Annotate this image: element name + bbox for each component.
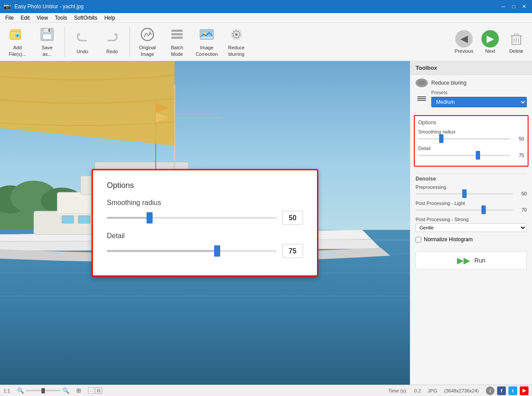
original-image-label: OriginalImage <box>139 44 156 57</box>
svg-rect-13 <box>171 33 183 35</box>
tb-smoothing-track <box>418 138 510 140</box>
twitter-icon[interactable]: t <box>508 386 517 395</box>
preprocessing-row: Preprocessing 50 <box>416 184 527 196</box>
tb-detail-row: Detail 75 <box>418 146 524 158</box>
smoothing-radius-value[interactable]: 50 <box>282 211 303 225</box>
previous-button[interactable]: ◀ Previous <box>452 25 476 59</box>
detail-value[interactable]: 75 <box>282 244 303 258</box>
denoise-divider <box>416 174 527 174</box>
batch-mode-button[interactable]: BatchMode <box>163 25 191 59</box>
tb-smoothing-thumb[interactable] <box>439 134 443 143</box>
zoom-in-icon[interactable]: 🔍 <box>62 387 69 394</box>
image-correction-button[interactable]: ImageCorrection <box>193 25 221 59</box>
toolbox-title: Toolbox <box>410 61 532 75</box>
smoothing-radius-fill <box>107 217 150 219</box>
svg-point-20 <box>235 33 238 36</box>
menu-view[interactable]: View <box>33 14 51 22</box>
maximize-button[interactable]: □ <box>509 2 518 11</box>
post-light-slider-row: 70 <box>416 207 527 212</box>
status-fit-icon: ⊞ <box>76 387 81 394</box>
smoothing-radius-track <box>107 217 277 219</box>
redo-icon <box>103 30 121 47</box>
menu-bar: File Edit View Tools SoftOrbits Help <box>0 13 532 23</box>
smoothing-radius-row: Smoothing radius 50 <box>107 199 303 225</box>
info-icon[interactable]: i <box>486 386 494 395</box>
canvas-area: Options Smoothing radius 50 Detail <box>0 61 410 385</box>
reduce-blurring-row: Reduce bluring <box>416 79 527 87</box>
zoom-thumb[interactable] <box>41 388 45 393</box>
tb-smoothing-row: Smoothing radius 50 <box>418 129 524 141</box>
toolbar-sep-2 <box>130 27 130 57</box>
image-options-title: Options <box>107 181 303 190</box>
normalize-histogram-checkbox[interactable] <box>416 237 421 242</box>
preprocessing-thumb[interactable] <box>462 189 467 198</box>
svg-rect-14 <box>171 37 183 39</box>
single-view-icon[interactable]: □ <box>88 387 94 394</box>
preset-select[interactable]: Low Medium High Custom <box>431 97 527 107</box>
reduce-blurring-tool-icon <box>416 79 428 87</box>
reduce-blurring-button[interactable]: Reduceblurring <box>222 25 250 59</box>
smoothing-radius-thumb[interactable] <box>147 212 153 224</box>
original-image-icon <box>139 26 156 43</box>
toolbar: AddFile(s)... Saveas... Undo <box>0 23 532 61</box>
post-light-row: Post Processing - Light 70 <box>416 201 527 212</box>
normalize-histogram-label[interactable]: Normalize Histogram <box>424 236 473 242</box>
menu-file[interactable]: File <box>2 14 17 22</box>
youtube-icon[interactable]: ▶ <box>520 386 529 395</box>
post-light-label: Post Processing - Light <box>416 201 527 206</box>
menu-tools[interactable]: Tools <box>51 14 71 22</box>
detail-thumb[interactable] <box>214 246 220 257</box>
save-as-button[interactable]: Saveas... <box>33 25 61 59</box>
reduce-blurring-icon <box>228 26 245 43</box>
post-strong-row: Post Processing - Strong None Gentle Med… <box>416 217 527 232</box>
close-button[interactable]: ✕ <box>520 2 529 11</box>
run-label: Run <box>474 257 486 264</box>
tb-detail-thumb[interactable] <box>476 151 480 160</box>
tb-detail-slider-row: 75 <box>418 153 524 158</box>
normalize-histogram-row: Normalize Histogram <box>416 236 527 242</box>
next-icon: ▶ <box>481 30 499 48</box>
status-time-value: 0.2 <box>414 388 421 393</box>
social-icons: i f t ▶ <box>486 386 529 395</box>
post-light-track <box>416 209 513 211</box>
batch-mode-label: BatchMode <box>171 44 183 57</box>
facebook-icon[interactable]: f <box>497 386 506 395</box>
denoise-section: Denoise Preprocessing 50 Post Processing… <box>410 168 532 246</box>
detail-track <box>107 250 277 252</box>
add-file-button[interactable]: AddFile(s)... <box>3 25 31 59</box>
presets-row: Presets Low Medium High Custom <box>416 90 527 107</box>
menu-help[interactable]: Help <box>101 14 119 22</box>
main-layout: Options Smoothing radius 50 Detail <box>0 61 532 385</box>
add-file-label: AddFile(s)... <box>9 44 26 57</box>
title-bar-controls: ─ □ ✕ <box>499 2 529 11</box>
menu-softorbits[interactable]: SoftOrbits <box>71 14 101 22</box>
detail-slider-row: 75 <box>107 244 303 258</box>
post-light-thumb[interactable] <box>481 205 486 214</box>
image-options-overlay: Options Smoothing radius 50 Detail <box>92 169 318 277</box>
zoom-out-icon[interactable]: 🔍 <box>17 387 24 394</box>
undo-button[interactable]: Undo <box>68 25 96 59</box>
next-label: Next <box>485 48 495 54</box>
svg-rect-12 <box>171 30 183 32</box>
delete-button[interactable]: Delete <box>504 25 529 59</box>
minimize-button[interactable]: ─ <box>499 2 508 11</box>
menu-edit[interactable]: Edit <box>17 14 33 22</box>
next-button[interactable]: ▶ Next <box>478 25 502 59</box>
post-strong-select[interactable]: None Gentle Medium Strong <box>416 223 527 232</box>
add-file-icon <box>9 26 26 43</box>
redo-label: Redo <box>106 49 118 54</box>
redo-button[interactable]: Redo <box>98 25 126 59</box>
svg-rect-23 <box>514 34 518 36</box>
previous-label: Previous <box>455 48 474 54</box>
toolbox: Toolbox Reduce bluring Presets <box>410 61 532 385</box>
split-view-icon[interactable]: ⊟ <box>95 387 102 394</box>
save-as-label: Saveas... <box>41 44 52 57</box>
svg-rect-42 <box>78 216 90 223</box>
view-mode-icons: □ ⊟ <box>88 387 102 394</box>
run-button[interactable]: ▶▶ Run <box>416 251 527 270</box>
status-time-label: Time (s): <box>389 388 407 393</box>
toolbox-options-title: Options <box>418 119 524 126</box>
status-zoom: 1:1 <box>3 388 10 393</box>
preprocessing-label: Preprocessing <box>416 184 527 190</box>
original-image-button[interactable]: OriginalImage <box>133 25 161 59</box>
